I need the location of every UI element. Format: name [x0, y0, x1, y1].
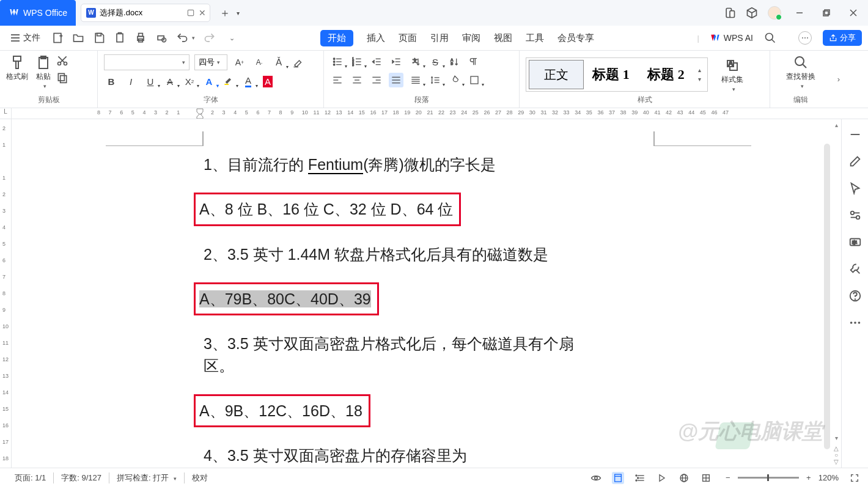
pen-rail-icon[interactable] [848, 155, 862, 168]
question-3[interactable]: 3、3.5 英寸双面高密盘片格式化后，每个磁道具有个扇区。 [204, 333, 595, 377]
answer-2-box[interactable]: A、79B、80C、40D、39 [194, 282, 379, 315]
page-view-icon[interactable] [612, 472, 624, 484]
save-icon[interactable] [93, 32, 105, 44]
ocr-rail-icon[interactable]: 字 [848, 235, 862, 249]
tab-menu-icon[interactable] [186, 9, 195, 17]
tab-insert[interactable]: 插入 [367, 32, 385, 44]
highlight-icon[interactable]: ▾ [221, 74, 236, 89]
text-effects-icon[interactable]: A▾ [202, 74, 216, 89]
cut-icon[interactable] [56, 54, 68, 67]
styles-more[interactable]: ▴▾ [694, 67, 705, 83]
shading-icon[interactable]: ▾ [447, 73, 462, 87]
new-tab-more[interactable]: ▾ [232, 10, 243, 17]
minus-rail-icon[interactable] [848, 128, 862, 141]
doc-tab[interactable]: W 选择题.docx ✕ [81, 4, 210, 22]
align-justify-icon[interactable] [389, 73, 403, 87]
eye-icon[interactable] [590, 472, 602, 484]
vertical-ruler[interactable]: 21123456789101112131415161718 [0, 119, 12, 468]
clear-format-icon[interactable] [291, 55, 306, 70]
question-4[interactable]: 4、3.5 英寸双面高密盘片的存储容里为 [204, 444, 595, 466]
status-words[interactable]: 字数: 9/127 [54, 472, 109, 483]
reading-view-icon[interactable] [656, 472, 668, 484]
device-icon[interactable] [724, 7, 736, 19]
align-right-icon[interactable] [369, 73, 384, 87]
answer-1-box[interactable]: A、8 位 B、16 位 C、32 位 D、64 位 [194, 193, 461, 226]
question-1[interactable]: 1、目前流行的 Fentium(奔腾)微机的字长是 [204, 153, 595, 175]
next-page-icon[interactable]: ▽ [834, 458, 839, 465]
new-tab-button[interactable]: ＋ [218, 6, 232, 20]
more-rail-icon[interactable] [848, 316, 862, 329]
paste-button[interactable]: 粘贴▾ [35, 54, 51, 89]
show-marks-icon[interactable] [467, 54, 482, 69]
style-normal[interactable]: 正文 [529, 60, 584, 89]
char-shading-icon[interactable]: A [260, 74, 275, 89]
format-painter-button[interactable]: 格式刷 [6, 54, 28, 82]
print-preview-icon[interactable] [155, 32, 167, 44]
status-spell[interactable]: 拼写检查: 打开 ▾ [109, 472, 185, 483]
print-icon[interactable] [134, 32, 147, 44]
feedback-icon[interactable]: ⋯ [798, 31, 812, 45]
tab-member[interactable]: 会员专享 [557, 32, 594, 44]
ribbon-expand-icon[interactable]: › [831, 51, 846, 108]
horizontal-ruler[interactable]: L 87654321123456789101112131415161718192… [0, 108, 868, 119]
styles-gallery[interactable]: 正文 标题 1 标题 2 ▴▾ [526, 57, 708, 92]
close-icon[interactable] [845, 4, 862, 21]
align-left-icon[interactable] [330, 73, 345, 87]
indent-icon[interactable] [389, 54, 403, 69]
style-h2[interactable]: 标题 2 [639, 60, 694, 89]
status-page[interactable]: 页面: 1/1 [7, 472, 54, 483]
answer-3-box[interactable]: A、9B、12C、16D、18 [194, 394, 370, 427]
settings-rail-icon[interactable] [848, 208, 862, 222]
app-badge[interactable]: WPS Office [0, 0, 76, 26]
qat-more[interactable]: ⌄ [229, 34, 235, 42]
tab-tool[interactable]: 工具 [526, 32, 544, 44]
tab-close-icon[interactable]: ✕ [199, 8, 206, 18]
zoom-value[interactable]: 120% [818, 473, 839, 482]
tab-review[interactable]: 审阅 [462, 32, 480, 44]
search-icon[interactable] [764, 32, 776, 44]
font-size-select[interactable]: 四号▾ [194, 54, 227, 70]
font-name-select[interactable]: ▾ [104, 54, 189, 70]
clipboard-icon[interactable] [114, 32, 126, 44]
change-case-icon[interactable]: Ǎ▾ [271, 55, 286, 70]
avatar[interactable] [768, 6, 781, 20]
cube-icon[interactable] [746, 7, 758, 19]
decrease-font-icon[interactable]: A- [252, 55, 267, 70]
status-proof[interactable]: 校对 [185, 472, 215, 483]
superscript-icon[interactable]: X2▾ [182, 74, 197, 89]
tab-ref[interactable]: 引用 [430, 32, 449, 44]
prev-page-icon[interactable]: △ [834, 445, 839, 452]
share-button[interactable]: 分享 [823, 30, 862, 46]
zoom-out-icon[interactable]: − [722, 472, 734, 484]
question-2[interactable]: 2、3.5 英寸 1.44M 软盘片格式化后具有的磁道数是 [204, 243, 595, 265]
italic-icon[interactable]: I [123, 74, 138, 89]
sort-icon[interactable]: AB [447, 54, 462, 69]
align-center-icon[interactable] [350, 73, 364, 87]
tab-view[interactable]: 视图 [494, 32, 512, 44]
fit-page-icon[interactable] [848, 472, 861, 484]
bold-icon[interactable]: B [104, 74, 119, 89]
undo-icon[interactable] [176, 32, 188, 44]
underline-icon[interactable]: U▾ [143, 74, 158, 89]
document-viewport[interactable]: 1、目前流行的 Fentium(奔腾)微机的字长是 A、8 位 B、16 位 C… [12, 119, 831, 468]
style-h1[interactable]: 标题 1 [584, 60, 639, 89]
tab-home[interactable]: 开始 [320, 30, 353, 46]
open-icon[interactable] [72, 32, 84, 44]
bullets-icon[interactable]: ▾ [330, 54, 345, 69]
zoom-slider[interactable] [738, 477, 799, 479]
line-spacing-icon[interactable]: ▾ [428, 73, 443, 87]
scroll-up-icon[interactable]: ▴ [835, 122, 838, 128]
minimize-icon[interactable] [791, 4, 808, 21]
web-view-icon[interactable] [678, 472, 690, 484]
numbering-icon[interactable]: 123▾ [350, 54, 364, 69]
scroll-down-icon[interactable]: ▾ [835, 435, 838, 441]
copy-icon[interactable] [56, 72, 68, 84]
browse-object-icon[interactable]: ○ [834, 452, 838, 458]
maximize-icon[interactable] [818, 4, 835, 21]
tools-rail-icon[interactable] [848, 262, 862, 276]
cursor-rail-icon[interactable] [848, 182, 862, 195]
tab-page[interactable]: 页面 [399, 32, 417, 44]
zoom-in-icon[interactable]: + [803, 472, 815, 484]
text-direction-icon[interactable]: 文▾ [408, 54, 423, 69]
style-set-button[interactable]: A 样式集▾ [721, 57, 743, 92]
